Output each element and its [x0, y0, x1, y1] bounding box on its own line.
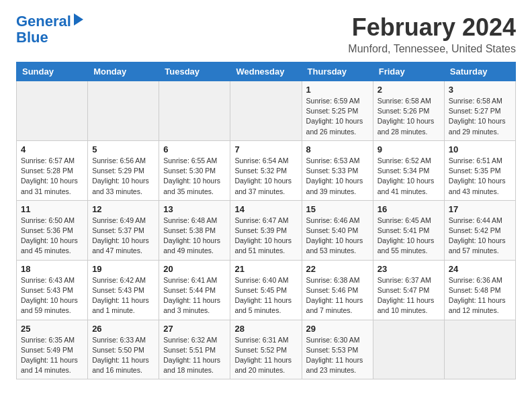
day-info: Sunrise: 6:33 AM Sunset: 5:50 PM Dayligh…: [92, 335, 154, 376]
day-info: Sunrise: 6:51 AM Sunset: 5:35 PM Dayligh…: [449, 156, 511, 197]
calendar-day-cell: 22Sunrise: 6:38 AM Sunset: 5:46 PM Dayli…: [302, 260, 373, 320]
day-number: 10: [449, 144, 511, 154]
weekday-header-cell: Wednesday: [230, 62, 302, 81]
logo: General Blue: [16, 13, 83, 46]
day-info: Sunrise: 6:46 AM Sunset: 5:40 PM Dayligh…: [306, 216, 369, 257]
page-header: General Blue February 2024 Munford, Tenn…: [16, 13, 516, 55]
calendar-week-row: 25Sunrise: 6:35 AM Sunset: 5:49 PM Dayli…: [17, 320, 516, 379]
day-info: Sunrise: 6:48 AM Sunset: 5:38 PM Dayligh…: [163, 216, 226, 257]
logo-blue-text: Blue: [16, 30, 48, 46]
weekday-header-row: SundayMondayTuesdayWednesdayThursdayFrid…: [17, 62, 516, 81]
calendar-day-cell: [17, 81, 88, 141]
calendar-day-cell: 29Sunrise: 6:30 AM Sunset: 5:53 PM Dayli…: [302, 320, 373, 379]
calendar-day-cell: 5Sunrise: 6:56 AM Sunset: 5:29 PM Daylig…: [88, 140, 159, 200]
day-number: 26: [92, 324, 154, 334]
calendar-day-cell: 24Sunrise: 6:36 AM Sunset: 5:48 PM Dayli…: [444, 260, 515, 320]
calendar-week-row: 1Sunrise: 6:59 AM Sunset: 5:25 PM Daylig…: [17, 81, 516, 141]
day-info: Sunrise: 6:47 AM Sunset: 5:39 PM Dayligh…: [234, 216, 297, 257]
day-info: Sunrise: 6:59 AM Sunset: 5:25 PM Dayligh…: [306, 96, 369, 137]
day-info: Sunrise: 6:42 AM Sunset: 5:43 PM Dayligh…: [92, 275, 154, 316]
calendar-day-cell: 1Sunrise: 6:59 AM Sunset: 5:25 PM Daylig…: [302, 81, 373, 141]
calendar-day-cell: 21Sunrise: 6:40 AM Sunset: 5:45 PM Dayli…: [230, 260, 302, 320]
logo-arrow-icon: [74, 13, 83, 26]
day-number: 20: [163, 264, 226, 274]
calendar-day-cell: 20Sunrise: 6:41 AM Sunset: 5:44 PM Dayli…: [159, 260, 230, 320]
day-number: 19: [92, 264, 154, 274]
day-info: Sunrise: 6:50 AM Sunset: 5:36 PM Dayligh…: [21, 216, 83, 257]
calendar-day-cell: [373, 320, 444, 379]
day-number: 8: [306, 144, 369, 154]
day-info: Sunrise: 6:45 AM Sunset: 5:41 PM Dayligh…: [378, 216, 440, 257]
calendar-day-cell: 19Sunrise: 6:42 AM Sunset: 5:43 PM Dayli…: [88, 260, 159, 320]
day-info: Sunrise: 6:32 AM Sunset: 5:51 PM Dayligh…: [163, 335, 226, 376]
day-info: Sunrise: 6:31 AM Sunset: 5:52 PM Dayligh…: [234, 335, 297, 376]
day-info: Sunrise: 6:44 AM Sunset: 5:42 PM Dayligh…: [449, 216, 511, 257]
day-info: Sunrise: 6:57 AM Sunset: 5:28 PM Dayligh…: [21, 156, 83, 197]
day-info: Sunrise: 6:35 AM Sunset: 5:49 PM Dayligh…: [21, 335, 83, 376]
calendar-day-cell: 17Sunrise: 6:44 AM Sunset: 5:42 PM Dayli…: [444, 200, 515, 260]
calendar-day-cell: 23Sunrise: 6:37 AM Sunset: 5:47 PM Dayli…: [373, 260, 444, 320]
calendar-week-row: 4Sunrise: 6:57 AM Sunset: 5:28 PM Daylig…: [17, 140, 516, 200]
calendar-day-cell: 9Sunrise: 6:52 AM Sunset: 5:34 PM Daylig…: [373, 140, 444, 200]
day-number: 11: [21, 204, 83, 214]
calendar-day-cell: 4Sunrise: 6:57 AM Sunset: 5:28 PM Daylig…: [17, 140, 88, 200]
day-number: 27: [163, 324, 226, 334]
day-number: 6: [163, 144, 226, 154]
calendar-day-cell: 18Sunrise: 6:43 AM Sunset: 5:43 PM Dayli…: [17, 260, 88, 320]
day-info: Sunrise: 6:41 AM Sunset: 5:44 PM Dayligh…: [163, 275, 226, 316]
calendar-week-row: 11Sunrise: 6:50 AM Sunset: 5:36 PM Dayli…: [17, 200, 516, 260]
day-number: 18: [21, 264, 83, 274]
calendar-week-row: 18Sunrise: 6:43 AM Sunset: 5:43 PM Dayli…: [17, 260, 516, 320]
calendar-title: February 2024: [348, 13, 516, 42]
calendar-day-cell: 11Sunrise: 6:50 AM Sunset: 5:36 PM Dayli…: [17, 200, 88, 260]
day-info: Sunrise: 6:30 AM Sunset: 5:53 PM Dayligh…: [306, 335, 369, 376]
calendar-day-cell: 13Sunrise: 6:48 AM Sunset: 5:38 PM Dayli…: [159, 200, 230, 260]
calendar-day-cell: 6Sunrise: 6:55 AM Sunset: 5:30 PM Daylig…: [159, 140, 230, 200]
day-info: Sunrise: 6:36 AM Sunset: 5:48 PM Dayligh…: [449, 275, 511, 316]
day-info: Sunrise: 6:40 AM Sunset: 5:45 PM Dayligh…: [234, 275, 297, 316]
day-info: Sunrise: 6:55 AM Sunset: 5:30 PM Dayligh…: [163, 156, 226, 197]
day-info: Sunrise: 6:43 AM Sunset: 5:43 PM Dayligh…: [21, 275, 83, 316]
calendar-day-cell: 7Sunrise: 6:54 AM Sunset: 5:32 PM Daylig…: [230, 140, 302, 200]
calendar-day-cell: 28Sunrise: 6:31 AM Sunset: 5:52 PM Dayli…: [230, 320, 302, 379]
calendar-day-cell: [159, 81, 230, 141]
calendar-day-cell: [88, 81, 159, 141]
day-number: 13: [163, 204, 226, 214]
title-section: February 2024 Munford, Tennessee, United…: [348, 13, 516, 55]
calendar-day-cell: 8Sunrise: 6:53 AM Sunset: 5:33 PM Daylig…: [302, 140, 373, 200]
day-info: Sunrise: 6:54 AM Sunset: 5:32 PM Dayligh…: [234, 156, 297, 197]
calendar-day-cell: [230, 81, 302, 141]
calendar-day-cell: 12Sunrise: 6:49 AM Sunset: 5:37 PM Dayli…: [88, 200, 159, 260]
day-number: 15: [306, 204, 369, 214]
logo-text: General: [16, 13, 71, 30]
day-number: 22: [306, 264, 369, 274]
day-number: 24: [449, 264, 511, 274]
calendar-day-cell: [444, 320, 515, 379]
day-number: 4: [21, 144, 83, 154]
day-number: 12: [92, 204, 154, 214]
weekday-header-cell: Sunday: [17, 62, 88, 81]
day-number: 1: [306, 85, 369, 95]
day-number: 21: [234, 264, 297, 274]
day-number: 2: [378, 85, 440, 95]
calendar-subtitle: Munford, Tennessee, United States: [348, 43, 516, 55]
day-info: Sunrise: 6:53 AM Sunset: 5:33 PM Dayligh…: [306, 156, 369, 197]
weekday-header-cell: Thursday: [302, 62, 373, 81]
calendar-day-cell: 25Sunrise: 6:35 AM Sunset: 5:49 PM Dayli…: [17, 320, 88, 379]
day-number: 5: [92, 144, 154, 154]
day-number: 7: [234, 144, 297, 154]
calendar-day-cell: 27Sunrise: 6:32 AM Sunset: 5:51 PM Dayli…: [159, 320, 230, 379]
weekday-header-cell: Friday: [373, 62, 444, 81]
day-number: 25: [21, 324, 83, 334]
calendar-day-cell: 16Sunrise: 6:45 AM Sunset: 5:41 PM Dayli…: [373, 200, 444, 260]
calendar-day-cell: 3Sunrise: 6:58 AM Sunset: 5:27 PM Daylig…: [444, 81, 515, 141]
day-info: Sunrise: 6:58 AM Sunset: 5:26 PM Dayligh…: [378, 96, 440, 137]
day-info: Sunrise: 6:52 AM Sunset: 5:34 PM Dayligh…: [378, 156, 440, 197]
calendar-day-cell: 15Sunrise: 6:46 AM Sunset: 5:40 PM Dayli…: [302, 200, 373, 260]
calendar-body: 1Sunrise: 6:59 AM Sunset: 5:25 PM Daylig…: [17, 81, 516, 379]
day-info: Sunrise: 6:38 AM Sunset: 5:46 PM Dayligh…: [306, 275, 369, 316]
day-info: Sunrise: 6:49 AM Sunset: 5:37 PM Dayligh…: [92, 216, 154, 257]
calendar-day-cell: 2Sunrise: 6:58 AM Sunset: 5:26 PM Daylig…: [373, 81, 444, 141]
day-info: Sunrise: 6:37 AM Sunset: 5:47 PM Dayligh…: [378, 275, 440, 316]
day-number: 16: [378, 204, 440, 214]
